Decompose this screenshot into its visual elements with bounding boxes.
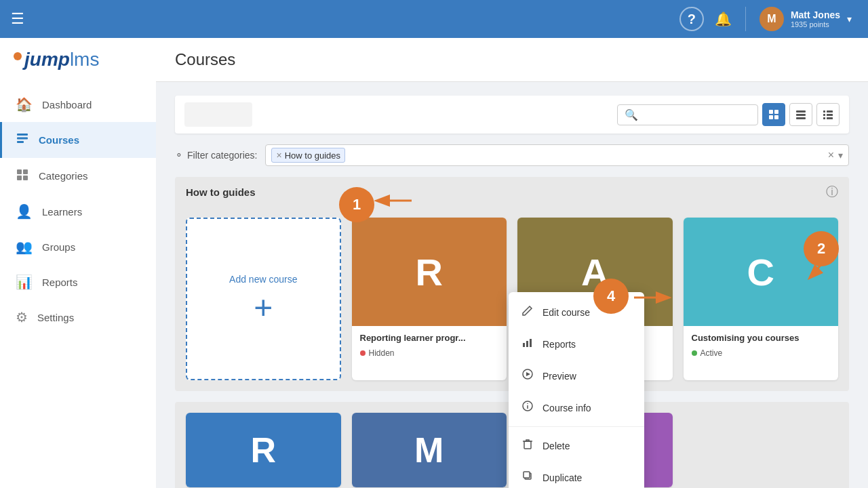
context-reports-label: Reports	[542, 339, 576, 350]
svg-rect-19	[827, 117, 833, 119]
courses-toolbar: 🔍	[175, 96, 849, 134]
add-course-card[interactable]: Add new course +	[186, 218, 341, 380]
svg-rect-3	[17, 169, 22, 174]
sidebar-label-categories: Categories	[39, 170, 88, 182]
toolbar-left	[184, 102, 252, 127]
svg-rect-0	[17, 134, 28, 136]
context-menu-reports[interactable]: Reports	[509, 328, 644, 360]
svg-rect-21	[526, 341, 528, 347]
learner-icon: 👤	[16, 203, 33, 220]
annotation-arrow-4	[631, 291, 671, 304]
sidebar-label-settings: Settings	[37, 312, 74, 323]
view-detail-button[interactable]	[816, 103, 840, 126]
search-icon: 🔍	[625, 108, 638, 121]
filter-dropdown-icon[interactable]: ▾	[838, 150, 843, 161]
context-menu-duplicate[interactable]: Duplicate	[509, 462, 644, 488]
section-title: How to guides	[186, 186, 256, 198]
card-thumb-m2: M	[352, 413, 507, 487]
course-info-reporting: Reporting learner progr... Hidden	[352, 326, 507, 366]
svg-rect-10	[774, 115, 778, 119]
app-header: ☰ ? 🔔 M Matt Jones 1935 points ▾	[0, 0, 868, 38]
groups-icon: 👥	[16, 239, 33, 255]
course-card-r2[interactable]: R	[186, 413, 341, 487]
annotation-circle-2: 2	[804, 231, 839, 266]
search-box[interactable]: 🔍	[617, 104, 758, 125]
filter-tag[interactable]: × How to guides	[271, 148, 345, 163]
sidebar-label-learners: Learners	[42, 206, 82, 218]
sidebar-item-dashboard[interactable]: 🏠 Dashboard	[0, 87, 156, 122]
search-input[interactable]	[642, 110, 751, 120]
filter-tags-container[interactable]: × How to guides × ▾	[265, 144, 849, 166]
preview-play-icon	[521, 368, 534, 384]
context-menu: Edit course Reports Preview	[509, 292, 644, 488]
content-area: Courses 🔍	[156, 38, 868, 488]
delete-icon	[521, 438, 534, 453]
context-menu-delete[interactable]: Delete	[509, 430, 644, 462]
svg-rect-17	[827, 114, 833, 116]
home-icon: 🏠	[16, 96, 33, 113]
course-card-m2[interactable]: M	[352, 413, 507, 487]
status-dot-active-2	[692, 350, 697, 356]
section-header: How to guides ⓘ	[175, 177, 849, 207]
annotation-arrow-1	[374, 190, 415, 211]
sidebar-item-settings[interactable]: ⚙ Settings	[0, 300, 156, 335]
toolbar-right: 🔍	[617, 103, 840, 126]
hamburger-menu[interactable]: ☰	[11, 10, 24, 28]
logo: jumplms	[0, 38, 156, 81]
view-list-button[interactable]	[789, 103, 812, 126]
context-delete-label: Delete	[542, 441, 570, 451]
course-card-reporting[interactable]: R Reporting learner progr... Hidden	[352, 218, 507, 380]
card-thumb-r2: R	[186, 413, 341, 487]
context-courseinfo-label: Course info	[542, 403, 591, 413]
sidebar-item-categories[interactable]: Categories	[0, 158, 156, 194]
sidebar-label-groups: Groups	[42, 241, 75, 253]
user-name: Matt Jones	[791, 9, 840, 20]
sidebar-label-reports: Reports	[42, 277, 78, 288]
help-icon[interactable]: ?	[679, 7, 704, 31]
svg-rect-22	[530, 339, 532, 347]
filter-clear-button[interactable]: ×	[828, 149, 834, 161]
sidebar-label-courses: Courses	[39, 134, 79, 146]
svg-rect-1	[17, 138, 28, 140]
annotation-circle-1: 1	[339, 187, 374, 222]
svg-rect-7	[769, 110, 773, 114]
filter-icon: ⚬	[175, 150, 183, 161]
sidebar: jumplms 🏠 Dashboard Courses Categories 👤	[0, 38, 156, 488]
course-info-customising: Customising you courses Active	[684, 326, 839, 366]
reports-bar-icon	[521, 336, 534, 352]
context-menu-preview[interactable]: Preview	[509, 360, 644, 392]
user-menu[interactable]: M Matt Jones 1935 points ▾	[754, 4, 857, 34]
annotation-circle-4: 4	[593, 279, 629, 314]
view-grid-button[interactable]	[762, 103, 785, 126]
context-menu-courseinfo[interactable]: Course info	[509, 392, 644, 424]
svg-rect-20	[523, 343, 525, 347]
chevron-down-icon: ▾	[847, 14, 852, 24]
header-right: ? 🔔 M Matt Jones 1935 points ▾	[679, 4, 857, 34]
course-status-customising: Active	[692, 348, 831, 358]
svg-rect-9	[769, 115, 773, 119]
sidebar-item-learners[interactable]: 👤 Learners	[0, 194, 156, 229]
svg-marker-24	[526, 372, 530, 376]
context-menu-divider	[509, 426, 644, 427]
section-info-icon[interactable]: ⓘ	[826, 184, 838, 200]
logo-jump: jump	[24, 49, 70, 70]
add-course-label: Add new course	[229, 274, 297, 285]
svg-rect-14	[823, 110, 825, 113]
sidebar-item-courses[interactable]: Courses	[0, 122, 156, 158]
filter-tag-remove[interactable]: ×	[276, 150, 281, 161]
header-left: ☰	[11, 10, 24, 28]
notification-bell-icon[interactable]: 🔔	[709, 5, 737, 33]
svg-rect-12	[796, 114, 806, 116]
svg-rect-8	[774, 110, 778, 114]
main-layout: jumplms 🏠 Dashboard Courses Categories 👤	[0, 38, 868, 488]
course-thumbnail-reporting: R	[352, 218, 507, 326]
filter-bar: ⚬ Filter categories: × How to guides × ▾	[175, 144, 849, 166]
user-info: Matt Jones 1935 points	[791, 9, 840, 28]
logo-lms: lms	[70, 49, 100, 70]
sidebar-item-reports[interactable]: 📊 Reports	[0, 264, 156, 300]
svg-rect-6	[23, 176, 28, 180]
categories-icon	[16, 167, 29, 184]
sidebar-label-dashboard: Dashboard	[42, 99, 92, 110]
duplicate-icon	[521, 470, 534, 485]
sidebar-item-groups[interactable]: 👥 Groups	[0, 229, 156, 264]
